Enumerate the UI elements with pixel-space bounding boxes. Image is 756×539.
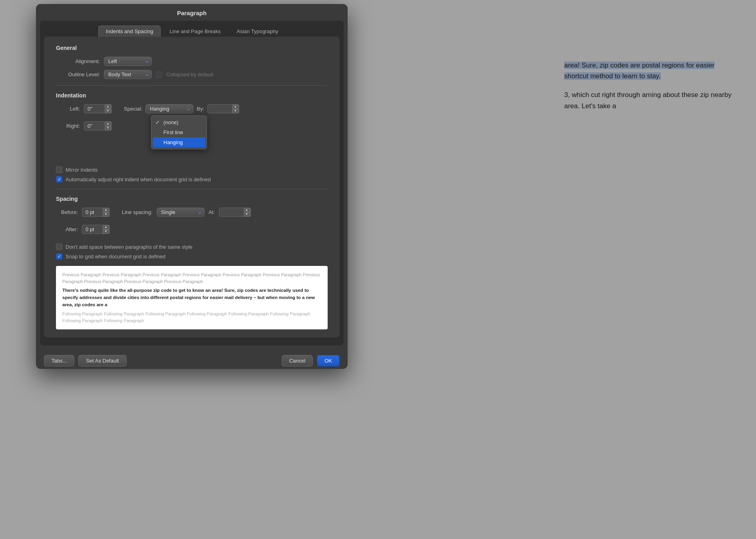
after-stepper: ▲ ▼: [82, 225, 110, 234]
set-default-button[interactable]: Set As Default: [78, 355, 126, 367]
before-stepper: ▲ ▼: [82, 208, 110, 217]
snap-grid-checkbox[interactable]: [56, 253, 62, 260]
after-down[interactable]: ▼: [103, 230, 109, 234]
dropdown-item-hanging[interactable]: Hanging: [153, 137, 205, 147]
outline-label: Outline Level:: [56, 71, 100, 77]
indent-left-arrows: ▲ ▼: [105, 104, 111, 114]
tabs-button[interactable]: Tabs...: [44, 355, 74, 367]
mirror-checkbox[interactable]: [56, 166, 62, 173]
general-section-header: General: [56, 45, 328, 51]
dialog-title: Paragraph: [177, 10, 207, 16]
line-spacing-select[interactable]: Single 1.5 lines Double At least Exactly…: [157, 208, 205, 217]
outline-select-wrapper: Body Text Level 1 Level 2 Level 3: [104, 70, 152, 79]
snap-grid-label: Snap to grid when document grid is defin…: [66, 254, 165, 260]
special-select-wrapper: (none) First line Hanging: [145, 104, 193, 113]
indent-left-up[interactable]: ▲: [105, 105, 111, 109]
ok-button[interactable]: OK: [317, 355, 340, 367]
preview-current-text: There's nothing quite like the all-purpo…: [62, 287, 321, 308]
cancel-button[interactable]: Cancel: [282, 355, 313, 367]
preview-box: Previous Paragraph Previous Paragraph Pr…: [56, 266, 328, 329]
snap-grid-row: Snap to grid when document grid is defin…: [56, 253, 328, 260]
by-stepper: ▲ ▼: [207, 104, 239, 113]
alignment-label: Alignment:: [56, 58, 100, 64]
indentation-section-header: Indentation: [56, 92, 328, 99]
special-label: Special:: [124, 106, 142, 112]
spacing-before-row: Before: ▲ ▼: [56, 208, 110, 217]
indentation-divider: [56, 189, 328, 189]
dropdown-item-firstline[interactable]: First line: [151, 127, 207, 137]
dialog-body: Indents and Spacing Line and Page Breaks…: [40, 21, 344, 345]
tab-content-indents: General Alignment: Left Center Right Jus…: [44, 37, 340, 337]
before-label: Before:: [56, 209, 78, 215]
by-up[interactable]: ▲: [232, 105, 239, 109]
indent-right-arrows: ▲ ▼: [105, 121, 111, 131]
after-up[interactable]: ▲: [103, 225, 109, 230]
special-dropdown-menu: (none) First line Hanging: [151, 115, 207, 149]
mirror-label: Mirror Indents: [66, 167, 97, 173]
at-arrows: ▲ ▼: [244, 208, 250, 217]
dialog-titlebar: Paragraph: [36, 4, 348, 21]
by-arrows: ▲ ▼: [232, 104, 239, 114]
alignment-select-wrapper: Left Center Right Justified: [104, 57, 152, 66]
by-label: By:: [197, 106, 204, 112]
indent-left-stepper: ▲ ▼: [84, 104, 112, 113]
dialog-footer: Tabs... Set As Default Cancel OK: [36, 349, 348, 369]
line-spacing-label: Line spacing:: [122, 209, 153, 215]
by-down[interactable]: ▼: [232, 109, 239, 113]
auto-adjust-label: Automatically adjust right indent when d…: [66, 176, 211, 182]
alignment-select[interactable]: Left Center Right Justified: [104, 57, 152, 66]
paragraph-dialog: Paragraph Indents and Spacing Line and P…: [36, 4, 348, 369]
preview-prev-text: Previous Paragraph Previous Paragraph Pr…: [62, 271, 321, 285]
footer-right-buttons: Cancel OK: [282, 355, 340, 367]
outline-select[interactable]: Body Text Level 1 Level 2 Level 3: [104, 70, 152, 79]
indent-right-row: Right: ▲ ▼: [56, 121, 112, 131]
after-arrows: ▲ ▼: [103, 225, 109, 234]
tab-bar: Indents and Spacing Line and Page Breaks…: [40, 21, 344, 37]
auto-adjust-row: Automatically adjust right indent when d…: [56, 176, 328, 182]
indent-right-down[interactable]: ▼: [105, 126, 111, 131]
after-label: After:: [56, 226, 78, 232]
auto-adjust-checkbox[interactable]: [56, 176, 62, 182]
indent-right-stepper: ▲ ▼: [84, 121, 112, 131]
dropdown-item-none[interactable]: (none): [151, 117, 207, 127]
preview-next-text: Following Paragraph Following Paragraph …: [62, 311, 321, 324]
footer-left-buttons: Tabs... Set As Default: [44, 355, 127, 367]
at-label: At:: [209, 209, 215, 215]
at-up[interactable]: ▲: [244, 208, 250, 212]
special-row: Special: (none) First line Hanging By:: [124, 104, 239, 113]
no-space-row: Don't add space between paragraphs of th…: [56, 244, 328, 250]
line-spacing-select-wrapper: Single 1.5 lines Double At least Exactly…: [157, 208, 205, 217]
before-arrows: ▲ ▼: [103, 208, 109, 217]
alignment-row: Alignment: Left Center Right Justified: [56, 57, 328, 66]
at-stepper: ▲ ▼: [219, 208, 251, 217]
outline-row: Outline Level: Body Text Level 1 Level 2…: [56, 70, 328, 79]
indent-right-label: Right:: [56, 123, 80, 129]
spacing-section-header: Spacing: [56, 196, 328, 202]
collapsed-label: Collapsed by default: [166, 71, 213, 77]
tab-linebreaks[interactable]: Line and Page Breaks: [162, 26, 228, 37]
no-space-label: Don't add space between paragraphs of th…: [66, 244, 193, 250]
general-divider: [56, 85, 328, 86]
spacing-after-row: After: ▲ ▼: [56, 225, 110, 234]
before-up[interactable]: ▲: [103, 208, 109, 212]
tab-asian[interactable]: Asian Typography: [229, 26, 285, 37]
special-select[interactable]: (none) First line Hanging: [145, 104, 193, 113]
before-down[interactable]: ▼: [103, 212, 109, 217]
indent-left-row: Left: ▲ ▼: [56, 104, 112, 113]
at-down[interactable]: ▼: [244, 212, 250, 217]
indent-left-label: Left:: [56, 106, 80, 112]
tab-indents[interactable]: Indents and Spacing: [98, 26, 161, 37]
indent-left-down[interactable]: ▼: [105, 109, 111, 113]
no-space-checkbox[interactable]: [56, 244, 62, 250]
mirror-row: Mirror Indents: [56, 166, 328, 173]
collapsed-checkbox[interactable]: [156, 71, 162, 78]
indent-right-up[interactable]: ▲: [105, 122, 111, 126]
